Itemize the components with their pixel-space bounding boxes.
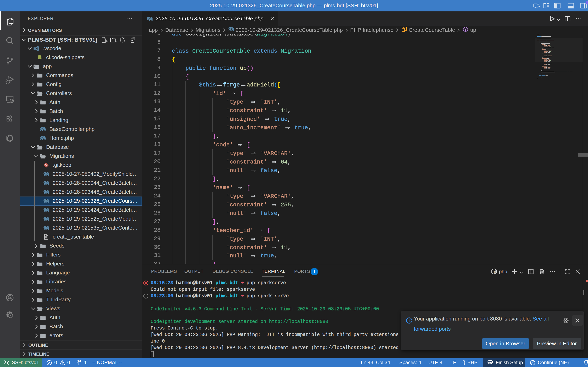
svg-text:$: $ (494, 271, 496, 273)
